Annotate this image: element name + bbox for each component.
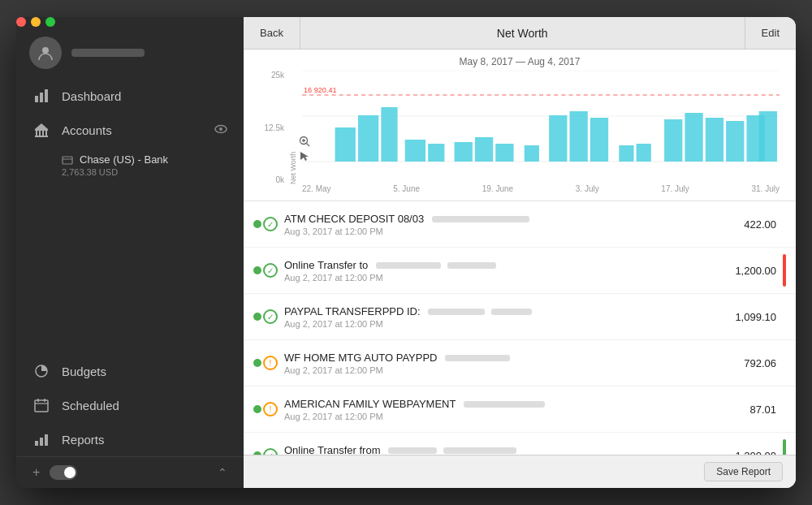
tx-icons: ✓ bbox=[253, 217, 278, 231]
svg-rect-28 bbox=[358, 115, 378, 162]
svg-rect-2 bbox=[40, 93, 43, 102]
svg-rect-39 bbox=[619, 145, 633, 162]
tx-indicator bbox=[783, 254, 786, 287]
chart-svg-container: 16 920.41 bbox=[302, 71, 780, 201]
chart-area: May 8, 2017 — Aug 4, 2017 25k 12.5k 0k N… bbox=[244, 50, 796, 201]
svg-rect-4 bbox=[35, 129, 48, 131]
chart-y-axis-label: Net Worth bbox=[287, 71, 299, 184]
svg-text:16 920.41: 16 920.41 bbox=[304, 86, 337, 94]
svg-point-0 bbox=[42, 47, 49, 54]
tx-info: WF HOME MTG AUTO PAYPPD Aug 2, 2017 at 1… bbox=[284, 352, 737, 375]
tx-status-icon: ✓ bbox=[263, 263, 278, 278]
svg-rect-41 bbox=[664, 119, 682, 162]
tx-amount: 87.01 bbox=[749, 404, 776, 416]
svg-rect-37 bbox=[569, 111, 587, 162]
sidebar: Dashboard bbox=[16, 17, 244, 488]
svg-rect-33 bbox=[475, 137, 493, 162]
toggle-switch[interactable] bbox=[50, 465, 77, 480]
chart-x-label-1: 5. June bbox=[393, 184, 420, 193]
svg-point-12 bbox=[219, 127, 222, 131]
sidebar-scheduled-label: Scheduled bbox=[62, 399, 119, 412]
account-name: Chase (US) - Bank bbox=[80, 153, 168, 166]
table-row[interactable]: ! AMERICAN FAMILY WEBPAYMENT Aug 2, 2017… bbox=[244, 386, 796, 433]
tx-name: AMERICAN FAMILY WEBPAYMENT bbox=[284, 398, 743, 410]
minimize-button[interactable] bbox=[31, 17, 41, 27]
sidebar-nav: Dashboard bbox=[16, 79, 244, 456]
back-button[interactable]: Back bbox=[244, 17, 300, 49]
tx-status-icon: ! bbox=[263, 402, 278, 417]
sidebar-item-dashboard[interactable]: Dashboard bbox=[16, 79, 244, 113]
account-item-chase[interactable]: Chase (US) - Bank 2,763.38 USD bbox=[16, 147, 244, 183]
svg-rect-27 bbox=[335, 127, 356, 162]
tx-amount: 1,200.00 bbox=[735, 265, 776, 277]
tx-info: Online Transfer from Aug 2, 2017 at 12:0… bbox=[284, 444, 728, 455]
collapse-button[interactable]: ⌃ bbox=[218, 466, 227, 479]
svg-rect-34 bbox=[495, 144, 513, 162]
sidebar-item-scheduled[interactable]: Scheduled bbox=[16, 388, 244, 422]
eye-icon[interactable] bbox=[214, 123, 227, 138]
tx-dot bbox=[253, 220, 261, 228]
chart-y-0k: 0k bbox=[275, 175, 284, 184]
table-row[interactable]: ✓ Online Transfer from Aug 2, 2017 at 12… bbox=[244, 433, 796, 455]
sidebar-item-budgets[interactable]: Budgets bbox=[16, 354, 244, 388]
chart-y-25k: 25k bbox=[271, 71, 284, 80]
sidebar-item-accounts[interactable]: Accounts bbox=[16, 113, 244, 147]
svg-marker-10 bbox=[35, 123, 48, 129]
svg-marker-51 bbox=[300, 152, 309, 161]
chart-x-label-4: 17. July bbox=[661, 184, 689, 193]
bottom-bar: Save Report bbox=[244, 455, 796, 488]
sidebar-bottom: + ⌃ bbox=[16, 456, 244, 488]
tx-name: Online Transfer to bbox=[284, 259, 728, 271]
tx-icons: ! bbox=[253, 356, 278, 370]
svg-rect-35 bbox=[525, 145, 539, 162]
accounts-section: Accounts bbox=[16, 113, 244, 183]
svg-rect-30 bbox=[405, 140, 425, 162]
tx-dot bbox=[253, 313, 261, 321]
account-balance: 2,763.38 USD bbox=[62, 167, 227, 177]
zoom-icon[interactable] bbox=[299, 136, 310, 147]
avatar bbox=[29, 37, 62, 69]
bank-icon bbox=[32, 121, 50, 139]
svg-rect-13 bbox=[63, 157, 72, 164]
table-row[interactable]: ✓ PAYPAL TRANSFERPPD ID: Aug 2, 2017 at … bbox=[244, 294, 796, 340]
table-row[interactable]: ✓ ATM CHECK DEPOSIT 08/03 Aug 3, 2017 at… bbox=[244, 201, 796, 248]
tx-status-icon: ✓ bbox=[263, 217, 278, 231]
svg-rect-9 bbox=[35, 136, 48, 137]
svg-rect-15 bbox=[35, 400, 48, 412]
svg-rect-44 bbox=[726, 121, 744, 162]
svg-rect-46 bbox=[759, 111, 777, 162]
folder-icon bbox=[62, 154, 73, 166]
chart-x-labels: 22. May 5. June 19. June 3. July 17. Jul… bbox=[302, 184, 780, 193]
table-row[interactable]: ✓ Online Transfer to Aug 2, 2017 at 12:0… bbox=[244, 248, 796, 294]
cursor-icon[interactable] bbox=[299, 150, 310, 162]
tx-name: Online Transfer from bbox=[284, 444, 728, 455]
close-button[interactable] bbox=[16, 17, 26, 27]
svg-line-48 bbox=[307, 144, 310, 147]
chart-icon bbox=[32, 87, 50, 105]
tx-amount: 1,099.10 bbox=[735, 311, 776, 323]
tx-info: Online Transfer to Aug 2, 2017 at 12:00 … bbox=[284, 259, 728, 283]
svg-rect-21 bbox=[45, 434, 48, 446]
svg-rect-20 bbox=[40, 438, 43, 446]
tx-indicator bbox=[783, 208, 786, 240]
tx-indicator bbox=[783, 439, 786, 455]
tx-info: PAYPAL TRANSFERPPD ID: Aug 2, 2017 at 12… bbox=[284, 305, 728, 329]
tx-info: ATM CHECK DEPOSIT 08/03 Aug 3, 2017 at 1… bbox=[284, 213, 737, 236]
edit-button[interactable]: Edit bbox=[745, 17, 796, 49]
svg-rect-5 bbox=[36, 131, 37, 136]
chart-x-label-5: 31. July bbox=[752, 184, 780, 193]
svg-rect-31 bbox=[428, 144, 444, 162]
add-button[interactable]: + bbox=[32, 465, 40, 480]
table-row[interactable]: ! WF HOME MTG AUTO PAYPPD Aug 2, 2017 at… bbox=[244, 340, 796, 386]
chart-x-label-0: 22. May bbox=[302, 184, 331, 193]
tx-status-icon: ! bbox=[263, 356, 278, 370]
tx-dot bbox=[253, 266, 261, 274]
sidebar-item-reports[interactable]: Reports bbox=[16, 422, 244, 456]
tx-name: ATM CHECK DEPOSIT 08/03 bbox=[284, 213, 737, 225]
tx-dot bbox=[253, 405, 261, 413]
tx-dot bbox=[253, 359, 261, 367]
calendar-icon bbox=[32, 396, 50, 414]
save-report-button[interactable]: Save Report bbox=[704, 462, 783, 481]
toolbar: Back Net Worth Edit bbox=[244, 17, 796, 50]
maximize-button[interactable] bbox=[45, 17, 55, 27]
